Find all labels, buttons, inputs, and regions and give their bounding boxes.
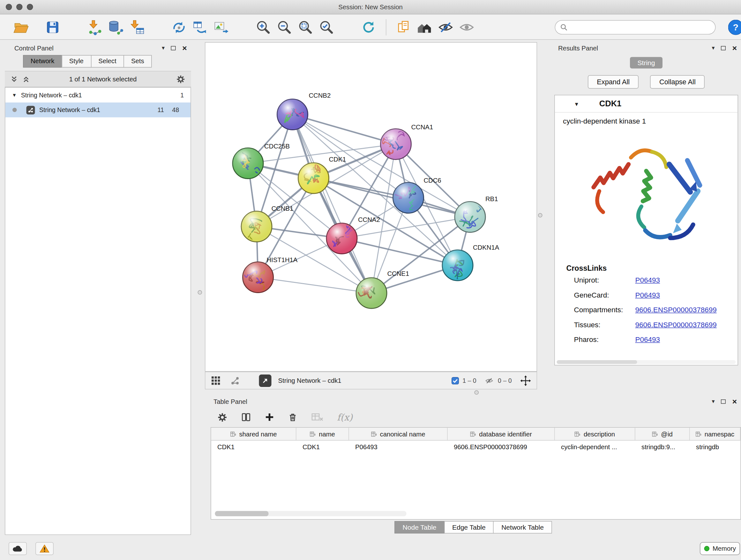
float-results-button[interactable]: ▾ (712, 45, 715, 51)
table-horizontal-scrollbar[interactable] (215, 511, 407, 516)
column-header-name[interactable]: name (296, 428, 349, 440)
network-list-toolbar: 1 of 1 Network selected (5, 71, 191, 87)
right-splitter-handle[interactable] (538, 213, 542, 218)
float-panel-button[interactable]: ▾ (162, 45, 165, 51)
new-network-button[interactable] (169, 17, 190, 38)
maximize-panel-button[interactable] (171, 46, 176, 50)
export-image-button[interactable] (211, 17, 232, 38)
table-options-gear-icon[interactable] (217, 412, 227, 422)
help-icon: ? (733, 22, 738, 33)
search-box[interactable] (555, 20, 716, 35)
copy-button[interactable] (393, 17, 414, 38)
zoom-window-button[interactable] (27, 4, 33, 10)
show-columns-icon[interactable] (241, 412, 252, 422)
crosslink-value-link[interactable]: 9606.ENSP00000378699 (635, 306, 717, 314)
table-row[interactable]: CDK1CDK1P064939606.ENSP00000378699cyclin… (211, 441, 741, 454)
network-canvas[interactable]: CCNB2CCNA1CDC25BCDK1CDC6RB1CCNB1CCNA2CDK… (205, 42, 537, 372)
hidden-counts-group: 0 – 0 (484, 376, 512, 385)
horizontal-splitter-handle[interactable] (475, 390, 479, 395)
selected-checkbox-icon[interactable] (452, 377, 459, 384)
warning-icon (39, 544, 50, 553)
network-from-table-button[interactable] (190, 17, 211, 38)
collapse-all-button[interactable]: Collapse All (650, 75, 705, 89)
column-header-database-identifier[interactable]: database identifier (448, 428, 555, 440)
zoom-out-button[interactable] (274, 17, 295, 38)
column-header-namespac[interactable]: namespac (690, 428, 741, 440)
edge-CDK1-RB1[interactable] (314, 178, 470, 217)
close-results-button[interactable]: ✕ (732, 45, 737, 51)
edge-CCNB2-CCNE1[interactable] (293, 115, 372, 294)
crosslink-value-link[interactable]: P06493 (635, 335, 660, 344)
protein-header-row[interactable]: ▼ CDK1 (555, 96, 738, 113)
tree-expand-icon[interactable]: ▼ (12, 92, 17, 98)
zoom-fit-button[interactable] (295, 17, 316, 38)
pan-move-icon[interactable] (521, 375, 531, 386)
network-row[interactable]: String Network – cdk1 11 48 (5, 103, 191, 118)
network-collection-row[interactable]: ▼ String Network – cdk1 1 (5, 88, 191, 103)
tab-node-table[interactable]: Node Table (394, 521, 445, 534)
import-network-database-button[interactable] (105, 17, 126, 38)
close-table-button[interactable]: ✕ (732, 398, 737, 405)
network-options-gear-icon[interactable] (176, 74, 185, 84)
column-sort-icon (230, 431, 237, 437)
column-header-description[interactable]: description (555, 428, 635, 440)
show-all-button[interactable] (456, 17, 477, 38)
help-button[interactable]: ? (728, 20, 741, 35)
add-column-icon[interactable] (265, 413, 274, 422)
string-results-tab[interactable]: String (630, 57, 663, 69)
column-header-shared-name[interactable]: shared name (211, 428, 296, 440)
node-CDK1[interactable]: CDK1 (298, 156, 346, 194)
detach-view-button[interactable] (259, 374, 272, 387)
collapse-all-icon[interactable] (10, 75, 18, 83)
warnings-button[interactable] (36, 542, 54, 555)
column-header--id[interactable]: @id (635, 428, 690, 440)
maximize-results-button[interactable] (721, 46, 726, 50)
hidden-eye-slash-icon[interactable] (484, 376, 495, 385)
search-input[interactable] (571, 23, 711, 31)
crosslink-row: Uniprot:P06493 (574, 273, 738, 288)
open-session-button[interactable] (10, 17, 31, 38)
tab-edge-table[interactable]: Edge Table (444, 521, 494, 534)
edge-HIST1H1A-CCNE1[interactable] (258, 277, 372, 294)
refresh-layout-button[interactable] (358, 17, 379, 38)
expand-all-button[interactable]: Expand All (588, 75, 639, 89)
node-CCNB1[interactable]: CCNB1 (241, 205, 293, 242)
crosslink-value-link[interactable]: P06493 (635, 291, 660, 299)
maximize-table-button[interactable] (721, 399, 726, 403)
node-CCNA1[interactable]: CCNA1 (381, 124, 433, 160)
tab-sets[interactable]: Sets (124, 55, 152, 68)
delete-column-icon[interactable] (288, 412, 298, 422)
table-tabs: Node Table Edge Table Network Table (205, 520, 741, 535)
hide-selected-button[interactable] (435, 17, 456, 38)
edge-CCNB2-CCNA1[interactable] (293, 115, 396, 144)
birdseye-view-icon[interactable] (230, 376, 240, 385)
memory-button[interactable]: Memory (700, 542, 740, 555)
node-CCNB2[interactable]: CCNB2 (277, 92, 331, 130)
tab-network-table[interactable]: Network Table (493, 521, 552, 534)
left-splitter-handle[interactable] (198, 290, 202, 295)
crosslink-value-link[interactable]: P06493 (635, 276, 660, 284)
node-RB1[interactable]: RB1 (455, 195, 498, 233)
tab-select[interactable]: Select (91, 55, 124, 68)
import-table-file-button[interactable] (126, 17, 147, 38)
node-CDKN1A[interactable]: CDKN1A (442, 244, 499, 284)
tab-network[interactable]: Network (23, 55, 62, 68)
crosslink-value-link[interactable]: 9606.ENSP00000378699 (635, 320, 717, 329)
minimize-window-button[interactable] (16, 4, 23, 10)
import-network-file-button[interactable] (84, 17, 105, 38)
tab-style[interactable]: Style (62, 55, 91, 68)
node-HIST1H1A[interactable]: HIST1H1A (243, 256, 298, 294)
float-table-button[interactable]: ▾ (712, 398, 715, 404)
close-panel-button[interactable]: ✕ (182, 45, 187, 51)
collapse-protein-icon[interactable]: ▼ (574, 101, 579, 107)
expand-all-icon[interactable] (23, 75, 30, 83)
results-scrollbar[interactable] (557, 360, 736, 364)
grid-view-icon[interactable] (211, 376, 221, 385)
zoom-in-button[interactable] (253, 17, 274, 38)
column-header-canonical-name[interactable]: canonical name (349, 428, 448, 440)
home-networks-button[interactable] (414, 17, 435, 38)
zoom-selected-button[interactable] (316, 17, 337, 38)
close-window-button[interactable] (6, 4, 12, 10)
cloud-status-button[interactable] (9, 542, 27, 555)
save-session-button[interactable] (42, 17, 63, 38)
